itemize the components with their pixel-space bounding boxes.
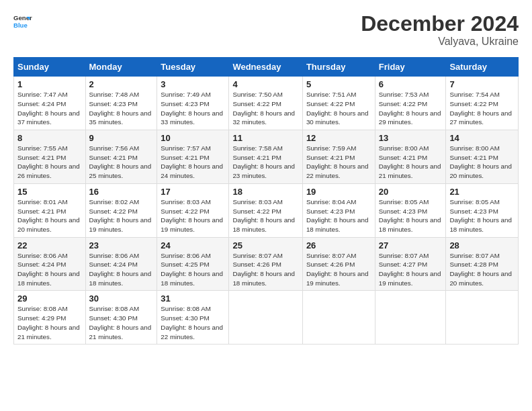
day-number: 15 [17,187,82,197]
calendar-day-cell [446,291,519,345]
calendar-table: Sunday Monday Tuesday Wednesday Thursday… [13,57,519,345]
day-info: Sunrise: 8:07 AM Sunset: 4:26 PM Dayligh… [232,251,298,288]
day-number: 21 [449,187,515,197]
calendar-day-cell: 25 Sunrise: 8:07 AM Sunset: 4:26 PM Dayl… [229,237,302,291]
header: General Blue December 2024 Valyava, Ukra… [13,12,519,48]
day-number: 8 [17,133,82,143]
day-number: 24 [161,240,225,250]
day-info: Sunrise: 8:02 AM Sunset: 4:22 PM Dayligh… [89,197,154,234]
calendar-day-cell: 18 Sunrise: 8:03 AM Sunset: 4:22 PM Dayl… [229,183,302,237]
day-number: 6 [379,79,443,89]
day-info: Sunrise: 8:00 AM Sunset: 4:21 PM Dayligh… [379,144,443,181]
day-number: 31 [161,293,225,304]
day-info: Sunrise: 7:47 AM Sunset: 4:24 PM Dayligh… [17,90,82,127]
day-info: Sunrise: 7:59 AM Sunset: 4:21 PM Dayligh… [306,144,371,181]
day-number: 5 [306,79,371,89]
col-sunday: Sunday [14,58,86,77]
day-info: Sunrise: 7:55 AM Sunset: 4:21 PM Dayligh… [17,144,82,181]
day-number: 7 [449,79,515,89]
col-saturday: Saturday [446,58,519,77]
day-info: Sunrise: 7:51 AM Sunset: 4:22 PM Dayligh… [306,90,371,127]
day-number: 4 [232,79,298,89]
day-number: 16 [89,187,154,197]
day-info: Sunrise: 8:08 AM Sunset: 4:30 PM Dayligh… [89,304,154,341]
day-number: 30 [89,293,154,304]
calendar-day-cell: 24 Sunrise: 8:06 AM Sunset: 4:25 PM Dayl… [157,237,229,291]
calendar-day-cell: 3 Sunrise: 7:49 AM Sunset: 4:23 PM Dayli… [157,77,229,130]
calendar-week-row: 15 Sunrise: 8:01 AM Sunset: 4:21 PM Dayl… [14,183,519,237]
day-number: 19 [306,187,371,197]
calendar-day-cell: 1 Sunrise: 7:47 AM Sunset: 4:24 PM Dayli… [14,77,86,130]
logo: General Blue [13,12,32,31]
main-container: General Blue December 2024 Valyava, Ukra… [0,0,532,353]
calendar-day-cell: 10 Sunrise: 7:57 AM Sunset: 4:21 PM Dayl… [157,130,229,184]
day-info: Sunrise: 8:07 AM Sunset: 4:26 PM Dayligh… [306,251,371,288]
calendar-week-row: 22 Sunrise: 8:06 AM Sunset: 4:24 PM Dayl… [14,237,519,291]
day-info: Sunrise: 8:03 AM Sunset: 4:22 PM Dayligh… [161,197,225,234]
calendar-day-cell: 14 Sunrise: 8:00 AM Sunset: 4:21 PM Dayl… [446,130,519,184]
calendar-day-cell: 21 Sunrise: 8:05 AM Sunset: 4:23 PM Dayl… [446,183,519,237]
calendar-day-cell: 13 Sunrise: 8:00 AM Sunset: 4:21 PM Dayl… [375,130,446,184]
day-info: Sunrise: 7:56 AM Sunset: 4:21 PM Dayligh… [89,144,154,181]
col-tuesday: Tuesday [157,58,229,77]
day-info: Sunrise: 7:54 AM Sunset: 4:22 PM Dayligh… [449,90,515,127]
calendar-day-cell: 8 Sunrise: 7:55 AM Sunset: 4:21 PM Dayli… [14,130,86,184]
day-info: Sunrise: 8:00 AM Sunset: 4:21 PM Dayligh… [449,144,515,181]
svg-text:Blue: Blue [13,21,28,29]
calendar-day-cell [375,291,446,345]
day-info: Sunrise: 7:48 AM Sunset: 4:23 PM Dayligh… [89,90,154,127]
month-title: December 2024 [361,12,519,36]
day-number: 9 [89,133,154,143]
day-number: 12 [306,133,371,143]
day-number: 25 [232,240,298,250]
day-info: Sunrise: 8:08 AM Sunset: 4:30 PM Dayligh… [161,304,225,341]
calendar-day-cell: 9 Sunrise: 7:56 AM Sunset: 4:21 PM Dayli… [85,130,157,184]
calendar-day-cell [229,291,302,345]
day-info: Sunrise: 7:50 AM Sunset: 4:22 PM Dayligh… [232,90,298,127]
day-info: Sunrise: 8:04 AM Sunset: 4:23 PM Dayligh… [306,197,371,234]
day-number: 22 [17,240,82,250]
col-wednesday: Wednesday [229,58,302,77]
calendar-day-cell: 17 Sunrise: 8:03 AM Sunset: 4:22 PM Dayl… [157,183,229,237]
day-info: Sunrise: 8:07 AM Sunset: 4:28 PM Dayligh… [449,251,515,288]
day-info: Sunrise: 8:07 AM Sunset: 4:27 PM Dayligh… [379,251,443,288]
day-info: Sunrise: 8:06 AM Sunset: 4:24 PM Dayligh… [17,251,82,288]
calendar-week-row: 1 Sunrise: 7:47 AM Sunset: 4:24 PM Dayli… [14,77,519,130]
day-info: Sunrise: 7:58 AM Sunset: 4:21 PM Dayligh… [232,144,298,181]
logo-icon: General Blue [13,12,32,31]
col-friday: Friday [375,58,446,77]
day-number: 17 [161,187,225,197]
col-thursday: Thursday [302,58,375,77]
calendar-week-row: 29 Sunrise: 8:08 AM Sunset: 4:29 PM Dayl… [14,291,519,345]
calendar-week-row: 8 Sunrise: 7:55 AM Sunset: 4:21 PM Dayli… [14,130,519,184]
day-number: 3 [161,79,225,89]
calendar-day-cell: 27 Sunrise: 8:07 AM Sunset: 4:27 PM Dayl… [375,237,446,291]
calendar-day-cell: 28 Sunrise: 8:07 AM Sunset: 4:28 PM Dayl… [446,237,519,291]
calendar-day-cell: 23 Sunrise: 8:06 AM Sunset: 4:24 PM Dayl… [85,237,157,291]
calendar-day-cell: 22 Sunrise: 8:06 AM Sunset: 4:24 PM Dayl… [14,237,86,291]
day-number: 23 [89,240,154,250]
day-number: 28 [449,240,515,250]
calendar-day-cell: 26 Sunrise: 8:07 AM Sunset: 4:26 PM Dayl… [302,237,375,291]
calendar-day-cell [302,291,375,345]
calendar-day-cell: 19 Sunrise: 8:04 AM Sunset: 4:23 PM Dayl… [302,183,375,237]
calendar-day-cell: 7 Sunrise: 7:54 AM Sunset: 4:22 PM Dayli… [446,77,519,130]
day-info: Sunrise: 7:53 AM Sunset: 4:22 PM Dayligh… [379,90,443,127]
calendar-day-cell: 15 Sunrise: 8:01 AM Sunset: 4:21 PM Dayl… [14,183,86,237]
day-number: 10 [161,133,225,143]
title-block: December 2024 Valyava, Ukraine [361,12,519,48]
day-info: Sunrise: 7:49 AM Sunset: 4:23 PM Dayligh… [161,90,225,127]
day-number: 11 [232,133,298,143]
day-number: 29 [17,293,82,304]
header-row: Sunday Monday Tuesday Wednesday Thursday… [14,58,519,77]
day-number: 13 [379,133,443,143]
calendar-day-cell: 6 Sunrise: 7:53 AM Sunset: 4:22 PM Dayli… [375,77,446,130]
day-number: 18 [232,187,298,197]
calendar-day-cell: 4 Sunrise: 7:50 AM Sunset: 4:22 PM Dayli… [229,77,302,130]
calendar-day-cell: 30 Sunrise: 8:08 AM Sunset: 4:30 PM Dayl… [85,291,157,345]
day-info: Sunrise: 7:57 AM Sunset: 4:21 PM Dayligh… [161,144,225,181]
day-info: Sunrise: 8:01 AM Sunset: 4:21 PM Dayligh… [17,197,82,234]
calendar-day-cell: 12 Sunrise: 7:59 AM Sunset: 4:21 PM Dayl… [302,130,375,184]
calendar-day-cell: 2 Sunrise: 7:48 AM Sunset: 4:23 PM Dayli… [85,77,157,130]
calendar-day-cell: 11 Sunrise: 7:58 AM Sunset: 4:21 PM Dayl… [229,130,302,184]
